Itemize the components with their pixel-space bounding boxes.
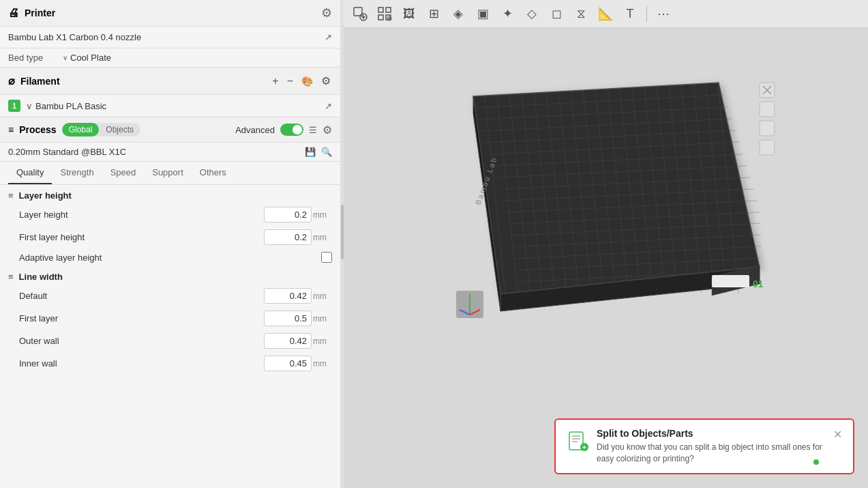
notification-icon: + bbox=[567, 429, 588, 456]
notification-text: Did you know that you can split a big ob… bbox=[597, 442, 825, 465]
notification-close-button[interactable]: ✕ bbox=[833, 428, 842, 441]
bed-type-row: Bed type ∨ Cool Plate bbox=[0, 48, 340, 68]
filament-add-button[interactable]: + bbox=[271, 74, 280, 89]
bed-type-selector[interactable]: ∨ Cool Plate bbox=[63, 53, 111, 63]
process-left: ≡ Process Global Objects bbox=[8, 123, 140, 137]
profile-actions: 💾 🔍 bbox=[305, 147, 332, 157]
line-width-icon: ≡ bbox=[8, 272, 14, 282]
layer-height-section: ≡ Layer height bbox=[0, 185, 340, 203]
filament-item-name: Bambu PLA Basic bbox=[35, 101, 106, 111]
tab-support[interactable]: Support bbox=[144, 162, 192, 184]
advanced-label: Advanced bbox=[235, 125, 275, 135]
text-icon[interactable]: T bbox=[619, 3, 641, 25]
filament-color-icon[interactable]: 🎨 bbox=[300, 74, 314, 88]
filament-item-link-icon[interactable]: ↗ bbox=[325, 101, 332, 111]
printer-settings-icon[interactable]: ⚙ bbox=[321, 5, 332, 20]
print-icon[interactable]: ▣ bbox=[472, 3, 494, 25]
outer-wall-line-width-label: Outer wall bbox=[19, 336, 264, 346]
adaptive-layer-height-checkbox[interactable] bbox=[321, 252, 332, 263]
tab-speed[interactable]: Speed bbox=[102, 162, 145, 184]
filament-remove-button[interactable]: − bbox=[286, 74, 295, 89]
camera-icon[interactable]: ⋯ bbox=[653, 3, 674, 25]
tab-quality[interactable]: Quality bbox=[8, 162, 52, 184]
add-object-icon[interactable] bbox=[349, 3, 371, 25]
outer-wall-line-width-input[interactable] bbox=[264, 333, 312, 349]
seam-icon[interactable]: ◇ bbox=[521, 3, 543, 25]
notification-content: Split to Objects/Parts Did you know that… bbox=[597, 428, 825, 465]
notification-title: Split to Objects/Parts bbox=[597, 428, 825, 439]
svg-text:01: 01 bbox=[753, 278, 764, 289]
first-layer-height-input[interactable] bbox=[264, 229, 312, 245]
arrange-icon[interactable]: ⊞ bbox=[423, 3, 445, 25]
3d-viewport: Bambu Lab bbox=[344, 28, 868, 488]
outer-wall-line-width-row: Outer wall mm bbox=[0, 330, 340, 352]
default-line-width-unit: mm bbox=[313, 291, 332, 301]
mirror-icon[interactable]: ⧖ bbox=[570, 3, 592, 25]
tab-others[interactable]: Others bbox=[192, 162, 235, 184]
profile-save-icon[interactable]: 💾 bbox=[305, 147, 316, 157]
bed-type-label: Bed type bbox=[8, 53, 63, 63]
adaptive-layer-height-row: Adaptive layer height bbox=[0, 248, 340, 266]
modifier-icon[interactable]: ◻ bbox=[545, 3, 567, 25]
printer-selector-row[interactable]: Bambu Lab X1 Carbon 0.4 nozzle ↗ bbox=[0, 27, 340, 48]
slice-icon[interactable]: ◈ bbox=[447, 3, 469, 25]
global-toggle-button[interactable]: Global bbox=[62, 123, 100, 137]
process-list-icon[interactable]: ☰ bbox=[309, 125, 317, 135]
bed-type-value: Cool Plate bbox=[70, 53, 111, 63]
grid-icon[interactable] bbox=[374, 3, 395, 25]
process-section-header: ≡ Process Global Objects Advanced ☰ ⚙ bbox=[0, 117, 340, 143]
printer-external-link-icon[interactable]: ↗ bbox=[325, 32, 332, 42]
line-width-label: Line width bbox=[19, 272, 63, 282]
toolbar-separator bbox=[646, 5, 647, 22]
process-toggle-group: Global Objects bbox=[62, 123, 140, 137]
notification-dot bbox=[813, 459, 819, 465]
chevron-icon: ∨ bbox=[26, 101, 33, 111]
filament-settings-icon[interactable]: ⚙ bbox=[320, 73, 332, 89]
settings-content: ≡ Layer height Layer height mm First lay… bbox=[0, 185, 340, 488]
inner-wall-line-width-label: Inner wall bbox=[19, 358, 264, 369]
tab-strength[interactable]: Strength bbox=[52, 162, 102, 184]
filament-name-row: 1 ∨ Bambu PLA Basic bbox=[8, 100, 106, 112]
first-layer-line-width-unit: mm bbox=[313, 314, 332, 324]
filament-title: ⌀ Filament bbox=[8, 74, 60, 87]
process-extra-icon[interactable]: ⚙ bbox=[323, 124, 332, 137]
first-layer-line-width-group: mm bbox=[264, 311, 332, 326]
inner-wall-line-width-input[interactable] bbox=[264, 356, 312, 371]
printer-title: 🖨 Printer bbox=[8, 7, 55, 19]
default-line-width-label: Default bbox=[19, 291, 264, 301]
first-layer-line-width-input[interactable] bbox=[264, 311, 312, 326]
filament-item: 1 ∨ Bambu PLA Basic ↗ bbox=[0, 95, 340, 117]
line-width-section: ≡ Line width bbox=[0, 266, 340, 285]
layer-height-input-group: mm bbox=[264, 207, 332, 223]
profile-row[interactable]: 0.20mm Standard @BBL X1C 💾 🔍 bbox=[0, 143, 340, 162]
layer-height-row: Layer height mm bbox=[0, 203, 340, 226]
filament-icon: ⌀ bbox=[8, 74, 15, 87]
support-icon[interactable]: ✦ bbox=[496, 3, 518, 25]
profile-search-icon[interactable]: 🔍 bbox=[321, 147, 332, 157]
default-line-width-input[interactable] bbox=[264, 288, 312, 304]
profile-name: 0.20mm Standard @BBL X1C bbox=[8, 147, 305, 157]
measure-icon[interactable]: 📐 bbox=[595, 3, 616, 25]
objects-toggle-button[interactable]: Objects bbox=[99, 123, 140, 137]
printer-section-header: 🖨 Printer ⚙ bbox=[0, 0, 340, 27]
svg-rect-6 bbox=[378, 15, 383, 20]
first-layer-height-label: First layer height bbox=[19, 232, 264, 242]
layer-height-field-label: Layer height bbox=[19, 210, 264, 220]
toolbar: 🖼 ⊞ ◈ ▣ ✦ ◇ ◻ ⧖ 📐 T ⋯ bbox=[344, 0, 868, 28]
process-layer-icon: ≡ bbox=[8, 124, 14, 135]
filament-actions: + − 🎨 ⚙ bbox=[271, 73, 332, 89]
process-title: Process bbox=[19, 124, 56, 135]
inner-wall-line-width-group: mm bbox=[264, 356, 332, 371]
process-right: Advanced ☰ ⚙ bbox=[235, 124, 332, 137]
filament-label: Filament bbox=[20, 76, 60, 87]
adaptive-layer-height-label: Adaptive layer height bbox=[19, 253, 321, 263]
layer-height-input[interactable] bbox=[264, 207, 312, 223]
svg-rect-56 bbox=[712, 275, 749, 287]
filament-section-header: ⌀ Filament + − 🎨 ⚙ bbox=[0, 68, 340, 95]
layer-height-icon: ≡ bbox=[8, 190, 14, 201]
printer-label: Printer bbox=[25, 8, 55, 18]
svg-rect-61 bbox=[760, 121, 775, 136]
orient-icon[interactable]: 🖼 bbox=[398, 3, 420, 25]
advanced-toggle[interactable] bbox=[280, 124, 303, 136]
first-layer-height-unit: mm bbox=[313, 233, 332, 242]
